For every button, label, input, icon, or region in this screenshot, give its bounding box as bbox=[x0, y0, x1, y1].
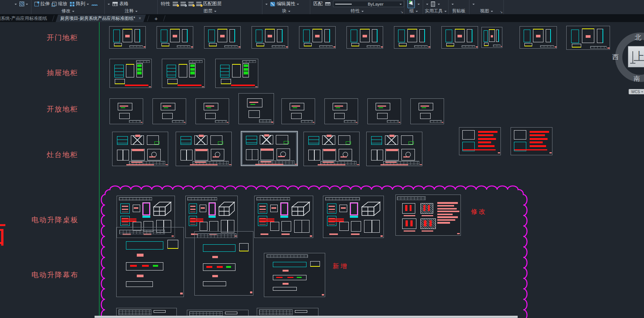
drawing-sheet[interactable] bbox=[281, 98, 315, 124]
viewcube-north-label[interactable]: 北 bbox=[635, 33, 641, 42]
cabinet-glyph bbox=[280, 202, 289, 216]
viewcube-south-label[interactable]: 南 bbox=[634, 74, 640, 83]
drawing-sheet[interactable] bbox=[109, 26, 146, 49]
dropdown-caret[interactable] bbox=[438, 3, 440, 5]
drawing-sheet[interactable] bbox=[366, 132, 422, 166]
row-label-text[interactable]: 灶台地柜 bbox=[47, 150, 78, 160]
drawing-sheet[interactable] bbox=[112, 132, 168, 166]
drawing-sheet[interactable] bbox=[252, 26, 288, 49]
drawing-sheet[interactable] bbox=[264, 253, 325, 297]
dropdown-caret[interactable] bbox=[426, 3, 428, 5]
drawing-sheet-selected[interactable] bbox=[241, 131, 298, 166]
ribbon-button-layers-gray[interactable] bbox=[181, 2, 186, 6]
ribbon-button-匹配图层[interactable]: 匹配图层 bbox=[196, 1, 222, 7]
ribbon-button-表格[interactable]: 表格 bbox=[113, 1, 129, 7]
cabinet-glyph bbox=[334, 113, 345, 119]
ribbon-button-匹配[interactable]: 匹配 bbox=[313, 1, 323, 7]
ribbon-button-拉伸[interactable]: 拉伸 bbox=[34, 1, 50, 7]
panel-title[interactable]: 组 bbox=[404, 8, 423, 14]
drawing-sheet[interactable] bbox=[194, 231, 253, 296]
panel-title[interactable] bbox=[0, 8, 31, 14]
drawing-sheet[interactable] bbox=[110, 98, 143, 124]
ribbon-button-layers[interactable] bbox=[173, 2, 178, 6]
line-type-select[interactable]: ByLayer bbox=[333, 1, 404, 7]
panel-title[interactable]: 特性 bbox=[310, 8, 404, 14]
ribbon-button-特性[interactable]: 特性 bbox=[161, 1, 170, 7]
drawing-sheet[interactable] bbox=[116, 227, 184, 297]
ribbon-button-match[interactable] bbox=[325, 2, 330, 6]
drawing-tab-0[interactable]: 间系统-产品应用标准图纸 bbox=[0, 15, 52, 22]
drawing-sheet[interactable] bbox=[215, 59, 258, 88]
drawing-tab-1[interactable]: 厨房项目-厨房系统产品应用标准图纸*× bbox=[55, 15, 147, 22]
vertical-guide-line[interactable] bbox=[99, 22, 99, 318]
panel-title[interactable]: 剪贴板 bbox=[449, 8, 469, 14]
drawing-sheet[interactable] bbox=[367, 98, 401, 124]
dropdown-caret[interactable] bbox=[108, 3, 110, 5]
drawing-sheet[interactable] bbox=[254, 196, 313, 238]
cabinet-glyph bbox=[114, 65, 123, 77]
revision-annotation-text[interactable]: 新增 bbox=[333, 262, 348, 270]
close-icon[interactable]: × bbox=[139, 16, 141, 21]
viewcube-top-face[interactable]: 上 bbox=[628, 46, 644, 67]
ribbon-button-layers[interactable] bbox=[188, 2, 194, 6]
drawing-sheet[interactable] bbox=[324, 98, 358, 124]
panel-expander-icon[interactable]: ↘ bbox=[500, 10, 503, 14]
ribbon-button-hatch[interactable] bbox=[19, 1, 28, 6]
panel-title[interactable]: 注释 bbox=[105, 8, 157, 14]
ribbon-button-阵列[interactable]: 阵列 bbox=[70, 1, 89, 7]
dropdown-caret[interactable] bbox=[417, 3, 420, 5]
drawing-sheet[interactable] bbox=[346, 26, 383, 49]
drawing-sheet[interactable] bbox=[152, 98, 186, 124]
viewcube-west-label[interactable]: 西 bbox=[612, 53, 619, 61]
ribbon-button-缩放[interactable]: 缩放 bbox=[52, 1, 67, 7]
clipped-red-text[interactable]: 面 bbox=[0, 223, 6, 246]
dropdown-caret[interactable] bbox=[452, 3, 454, 5]
drawing-sheet[interactable] bbox=[566, 26, 610, 50]
row-label-text[interactable]: 电动升降幕布 bbox=[31, 270, 78, 280]
drawing-sheet[interactable] bbox=[481, 27, 502, 48]
drawing-sheet[interactable] bbox=[162, 59, 205, 88]
ribbon-button-编辑属性[interactable]: 编辑属性 bbox=[270, 1, 299, 7]
drawing-sheet[interactable] bbox=[303, 132, 360, 166]
panel-expander-icon[interactable]: ↘ bbox=[400, 10, 403, 14]
drawing-sheet[interactable] bbox=[520, 26, 557, 49]
drawing-sheet[interactable] bbox=[441, 26, 478, 49]
drawing-sheet[interactable] bbox=[204, 26, 241, 49]
panel-title[interactable]: 修改 bbox=[31, 8, 104, 14]
drawing-sheet[interactable] bbox=[176, 132, 232, 166]
ribbon-button-cloud[interactable] bbox=[92, 2, 98, 6]
panel-title[interactable]: 块 bbox=[262, 8, 310, 14]
drawing-canvas[interactable]: 开门地柜抽屉地柜开放地柜灶台地柜电动升降桌板电动升降幕布修改新增面 bbox=[0, 0, 644, 318]
drawing-sheet[interactable] bbox=[395, 195, 461, 236]
drawing-sheet[interactable] bbox=[299, 26, 336, 49]
drawing-sheet[interactable] bbox=[511, 127, 552, 155]
row-label-text[interactable]: 开放地柜 bbox=[47, 104, 78, 114]
dropdown-caret[interactable] bbox=[15, 3, 17, 5]
row-label-text[interactable]: 抽屉地柜 bbox=[47, 68, 78, 78]
drawing-sheet[interactable] bbox=[410, 98, 444, 124]
panel-title[interactable]: 实用工具 bbox=[423, 8, 448, 14]
row-label-text[interactable]: 电动升降桌板 bbox=[31, 215, 78, 225]
panel-title[interactable]: 图层 bbox=[158, 8, 262, 14]
ribbon-button-cursorbox[interactable] bbox=[407, 0, 415, 8]
wcs-dropdown[interactable]: WCS bbox=[629, 89, 644, 94]
drawing-sheet[interactable] bbox=[195, 98, 229, 124]
cabinet-glyph bbox=[208, 30, 215, 42]
cabinet-glyph bbox=[271, 122, 273, 123]
tab-divider bbox=[163, 15, 165, 21]
panel-title[interactable]: 视图 bbox=[469, 8, 503, 14]
drawing-sheet[interactable] bbox=[110, 59, 152, 88]
drawing-sheet[interactable] bbox=[394, 26, 431, 49]
dropdown-caret[interactable] bbox=[265, 3, 268, 5]
cabinet-glyph bbox=[229, 164, 231, 165]
row-label-text[interactable]: 开门地柜 bbox=[47, 33, 78, 43]
bylayer-combo[interactable]: ByLayer bbox=[333, 1, 404, 7]
new-tab-button[interactable]: + bbox=[150, 15, 163, 22]
revision-annotation-text[interactable]: 修改 bbox=[471, 207, 487, 216]
drawing-sheet[interactable] bbox=[459, 127, 501, 155]
drawing-sheet[interactable] bbox=[157, 26, 193, 49]
drawing-sheet[interactable] bbox=[323, 196, 384, 238]
ribbon-button-calc[interactable] bbox=[431, 1, 435, 7]
dropdown-caret[interactable] bbox=[472, 3, 475, 5]
drawing-sheet[interactable] bbox=[238, 93, 274, 124]
